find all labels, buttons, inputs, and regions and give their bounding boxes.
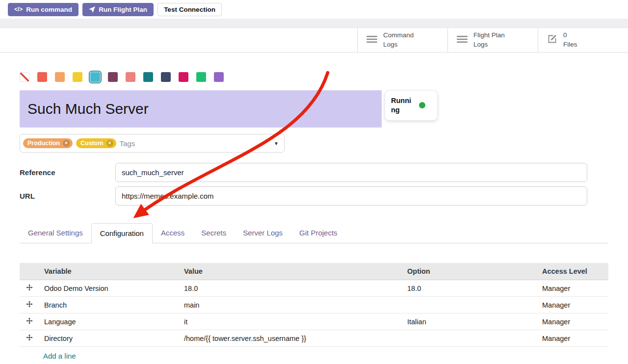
run-command-label: Run command [26,6,72,13]
tags-placeholder: Tags [120,139,135,148]
url-label: URL [20,192,115,200]
menu-icon [457,35,468,45]
value-cell[interactable]: 18.0 [179,280,402,297]
option-cell[interactable] [402,297,537,313]
access-level-cell[interactable]: Manager [537,280,608,297]
paper-plane-icon [89,6,95,13]
variable-cell[interactable]: Branch [39,297,179,313]
tab-git-projects[interactable]: Git Projects [291,223,346,243]
access-level-column-header: Access Level [537,263,608,280]
url-input[interactable] [115,186,587,206]
tab-general-settings[interactable]: General Settings [20,223,91,243]
test-connection-button[interactable]: Test Connection [157,3,222,16]
status-label: Running [391,96,415,115]
table-header-row: Variable Value Option Access Level [20,263,608,280]
swatch-dark-purple[interactable] [108,72,118,82]
dropdown-caret-icon[interactable] [274,141,279,146]
value-cell[interactable]: main [179,297,402,313]
add-line-row: Add a line [20,347,608,364]
files-count: 0 [563,31,577,40]
run-flight-plan-label: Run Flight Plan [99,6,147,13]
url-row: URL [20,186,608,206]
stat-button-bar: Command Logs Flight Plan Logs 0 Files [0,28,628,52]
value-cell[interactable]: /home/{{ tower.server.ssh_username }} [179,330,402,347]
reference-label: Reference [20,168,115,177]
menu-icon [366,35,377,45]
swatch-green[interactable] [196,72,206,82]
swatch-yellow[interactable] [73,72,82,82]
server-form-sheet: Running Production Custom Tags Reference… [0,72,628,364]
tab-configuration[interactable]: Configuration [91,223,153,243]
command-logs-label: Command Logs [383,31,421,49]
table-row[interactable]: Language it Italian Manager [20,313,608,330]
variable-cell[interactable]: Odoo Demo Version [39,280,179,297]
swatch-salmon-pink[interactable] [126,72,135,82]
access-level-cell[interactable]: Manager [537,313,608,330]
swatch-dark-blue[interactable] [161,72,171,82]
swatch-teal[interactable] [143,72,153,82]
option-cell[interactable]: 18.0 [402,280,537,297]
table-row[interactable]: Odoo Demo Version 18.0 18.0 Manager [20,280,608,297]
tag-production-label: Production [27,140,60,147]
top-action-bar: </> Run command Run Flight Plan Test Con… [0,0,628,19]
swatch-red[interactable] [37,72,47,82]
swatch-fuchsia[interactable] [179,72,188,82]
tab-access[interactable]: Access [153,223,193,243]
variable-cell[interactable]: Directory [39,330,179,347]
reference-row: Reference [20,163,608,182]
flight-plan-logs-button[interactable]: Flight Plan Logs [447,28,538,52]
option-column-header: Option [402,263,537,280]
drag-handle-icon[interactable] [20,313,39,330]
breadcrumb-band [0,19,628,28]
drag-handle-icon[interactable] [20,330,39,347]
command-logs-button[interactable]: Command Logs [357,28,447,52]
notebook-tabs: General Settings Configuration Access Se… [20,223,608,243]
reference-input[interactable] [115,163,587,182]
edit-icon [547,34,557,46]
option-cell[interactable]: Italian [402,313,537,330]
swatch-purple[interactable] [214,72,224,82]
code-icon: </> [14,6,23,13]
title-row: Running [20,90,608,128]
option-cell[interactable] [402,330,537,347]
tab-server-logs[interactable]: Server Logs [235,223,291,243]
test-connection-label: Test Connection [164,6,215,13]
status-green-dot-icon [419,102,425,108]
access-level-cell[interactable]: Manager [537,330,608,347]
value-column-header: Value [179,263,402,280]
table-row[interactable]: Directory /home/{{ tower.server.ssh_user… [20,330,608,347]
server-name-input[interactable] [20,90,382,128]
value-cell[interactable]: it [179,313,402,330]
form-fields: Reference URL [20,163,608,206]
table-row[interactable]: Branch main Manager [20,297,608,313]
swatch-no-color[interactable] [20,72,29,82]
variable-cell[interactable]: Language [39,313,179,330]
color-palette [20,72,608,82]
tab-secrets[interactable]: Secrets [193,223,235,243]
files-button[interactable]: 0 Files [538,28,628,52]
remove-tag-icon[interactable] [106,140,113,147]
handle-column-header [20,263,39,280]
run-command-button[interactable]: </> Run command [8,3,78,16]
drag-handle-icon[interactable] [20,297,39,313]
remove-tag-icon[interactable] [63,140,70,147]
variable-column-header: Variable [39,263,179,280]
flight-plan-logs-label: Flight Plan Logs [473,31,512,49]
swatch-light-blue[interactable] [90,72,100,82]
files-label-stack: 0 Files [563,31,577,49]
access-level-cell[interactable]: Manager [537,297,608,313]
tags-field[interactable]: Production Custom Tags [20,134,285,153]
swatch-orange[interactable] [55,72,65,82]
drag-handle-icon[interactable] [20,280,39,297]
tag-production[interactable]: Production [23,138,73,148]
configuration-table: Variable Value Option Access Level Odoo … [20,263,608,347]
status-ribbon: Running [385,90,438,121]
tag-custom-label: Custom [80,140,104,147]
add-a-line-link[interactable]: Add a line [43,352,76,360]
run-flight-plan-button[interactable]: Run Flight Plan [82,3,154,16]
tag-custom[interactable]: Custom [76,138,116,148]
files-label: Files [563,40,577,49]
